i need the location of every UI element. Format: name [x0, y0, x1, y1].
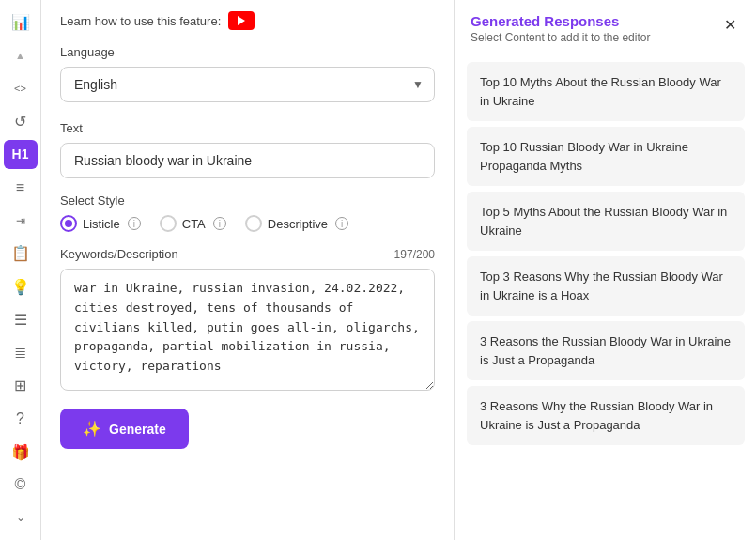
chart-icon[interactable]: 📊 — [4, 8, 38, 37]
style-radio-group: Listicle i CTA i Descriptive i — [60, 215, 435, 232]
scroll-up-icon[interactable]: ▲ — [4, 40, 38, 69]
response-item[interactable]: Top 10 Myths About the Russian Bloody Wa… — [467, 62, 745, 121]
cta-radio[interactable] — [160, 215, 177, 232]
style-cta[interactable]: CTA i — [160, 215, 226, 232]
keywords-label: Keywords/Description — [60, 247, 178, 261]
language-section: Language English Russian Spanish French … — [60, 45, 435, 102]
listicle-label: Listicle — [83, 217, 120, 231]
text-label: Text — [60, 121, 435, 135]
indent-icon[interactable]: ⇥ — [4, 206, 38, 235]
right-panel-subtitle: Select Content to add it to the editor — [471, 31, 650, 44]
h1-icon[interactable]: H1 — [4, 140, 38, 169]
responses-list: Top 10 Myths About the Russian Bloody Wa… — [455, 54, 756, 540]
style-section: Select Style Listicle i CTA i Descriptiv… — [60, 193, 435, 232]
descriptive-radio[interactable] — [245, 215, 262, 232]
descriptive-info-icon[interactable]: i — [335, 217, 348, 230]
table-icon[interactable]: ⊞ — [4, 371, 38, 400]
response-item[interactable]: 3 Reasons the Russian Bloody War in Ukra… — [467, 321, 745, 380]
cta-label: CTA — [182, 217, 206, 231]
generate-label: Generate — [109, 422, 166, 437]
keywords-section: Keywords/Description 197/200 war in Ukra… — [60, 247, 435, 393]
learn-row: Learn how to use this feature: — [60, 11, 435, 30]
gift-icon[interactable]: 🎁 — [4, 437, 38, 466]
bulb-icon[interactable]: 💡 — [4, 272, 38, 301]
question-icon[interactable]: ? — [4, 404, 38, 433]
cta-info-icon[interactable]: i — [213, 217, 226, 230]
keywords-header: Keywords/Description 197/200 — [60, 247, 435, 261]
arrow-down-icon[interactable]: ⌄ — [4, 503, 38, 532]
refresh-icon[interactable]: ↺ — [4, 107, 38, 136]
main-form-panel: Learn how to use this feature: Language … — [41, 0, 455, 540]
text-input[interactable] — [60, 143, 435, 178]
code-icon[interactable]: <> — [4, 73, 38, 102]
close-button[interactable]: ✕ — [718, 13, 741, 36]
response-item[interactable]: Top 10 Russian Bloody War in Ukraine Pro… — [467, 127, 745, 186]
language-select[interactable]: English Russian Spanish French German — [60, 67, 435, 102]
right-panel-title: Generated Responses — [471, 13, 650, 29]
style-listicle[interactable]: Listicle i — [60, 215, 141, 232]
response-item[interactable]: 3 Reasons Why the Russian Bloody War in … — [467, 386, 745, 445]
text-section: Text — [60, 121, 435, 178]
copyright-icon[interactable]: © — [4, 471, 38, 500]
char-count: 197/200 — [394, 248, 435, 261]
right-panel-header: Generated Responses Select Content to ad… — [455, 0, 756, 54]
right-panel-title-group: Generated Responses Select Content to ad… — [471, 13, 650, 44]
listicle-info-icon[interactable]: i — [128, 217, 141, 230]
lines-icon[interactable]: ☰ — [4, 305, 38, 334]
lines2-icon[interactable]: ≣ — [4, 338, 38, 367]
youtube-button[interactable] — [228, 11, 255, 30]
right-panel: Generated Responses Select Content to ad… — [455, 0, 756, 540]
style-label: Select Style — [60, 193, 435, 208]
clipboard-icon[interactable]: 📋 — [4, 239, 38, 268]
generate-button[interactable]: ✨ Generate — [60, 409, 189, 449]
style-descriptive[interactable]: Descriptive i — [245, 215, 348, 232]
listicle-radio[interactable] — [60, 215, 77, 232]
descriptive-label: Descriptive — [268, 217, 328, 231]
response-item[interactable]: Top 5 Myths About the Russian Bloody War… — [467, 192, 745, 251]
magic-wand-icon: ✨ — [83, 420, 101, 438]
language-label: Language — [60, 45, 435, 59]
language-select-wrapper: English Russian Spanish French German ▼ — [60, 67, 435, 102]
list-icon[interactable]: ≡ — [4, 173, 38, 202]
learn-label: Learn how to use this feature: — [60, 14, 221, 28]
response-item[interactable]: Top 3 Reasons Why the Russian Bloody War… — [467, 256, 745, 316]
keywords-textarea[interactable]: war in Ukraine, russian invasion, 24.02.… — [60, 269, 435, 391]
sidebar: 📊 ▲ <> ↺ H1 ≡ ⇥ 📋 💡 ☰ ≣ ⊞ ? 🎁 © ⌄ — [0, 0, 41, 540]
